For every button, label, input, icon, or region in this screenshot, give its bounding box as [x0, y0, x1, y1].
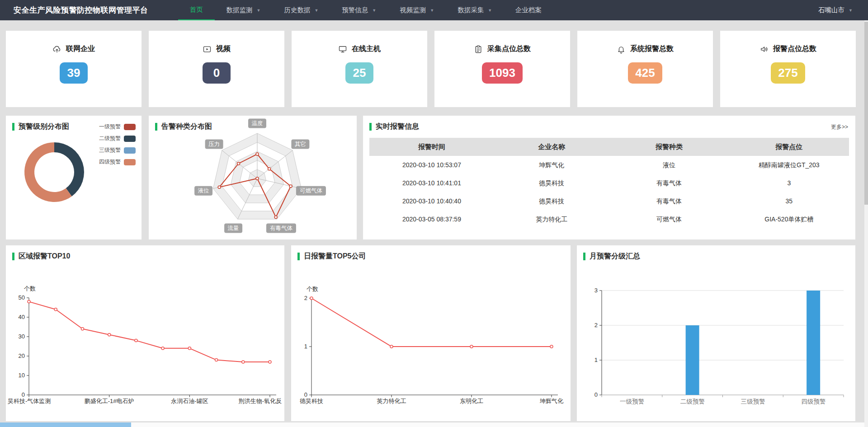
- nav-item-数据采集[interactable]: 数据采集▼: [446, 0, 504, 20]
- table-header-row: 报警时间企业名称报警种类报警点位: [369, 138, 849, 156]
- svg-text:50: 50: [19, 294, 25, 301]
- legend-item-三级预警[interactable]: 三级预警: [99, 146, 136, 154]
- legend-item-一级预警[interactable]: 一级预警: [99, 123, 136, 131]
- chevron-down-icon: ▼: [257, 8, 261, 13]
- vertical-scrollbar-thumb[interactable]: [864, 22, 868, 205]
- table-cell: 2020-03-10 10:53:07: [369, 156, 494, 174]
- stat-card-header: 系统报警总数: [577, 31, 713, 54]
- legend-item-二级预警[interactable]: 二级预警: [99, 135, 136, 142]
- table-header-cell: 报警时间: [369, 138, 494, 156]
- svg-text:三级预警: 三级预警: [741, 398, 765, 405]
- donut-legend: 一级预警二级预警三级预警四级预警: [99, 123, 136, 170]
- svg-text:个数: 个数: [307, 286, 318, 292]
- nav-item-视频监测[interactable]: 视频监测▼: [388, 0, 446, 20]
- svg-text:一级预警: 一级预警: [620, 398, 644, 405]
- table-cell: 2020-03-10 10:40:40: [369, 192, 494, 210]
- stat-card-label: 联网企业: [66, 44, 95, 54]
- svg-text:温度: 温度: [252, 120, 263, 127]
- stat-card-label: 在线主机: [352, 44, 381, 54]
- table-header-cell: 报警点位: [729, 138, 849, 156]
- alarm-type-radar-chart: 温度其它可燃气体有毒气体流量液位压力: [149, 116, 357, 239]
- stat-value-wrap: 25: [292, 54, 427, 84]
- svg-text:40: 40: [19, 314, 25, 320]
- vertical-scrollbar[interactable]: [864, 20, 868, 427]
- monthly-summary-card: 月预警分级汇总 0123一级预警二级预警三级预警四级预警: [577, 245, 855, 421]
- svg-text:0: 0: [22, 391, 25, 398]
- stat-card-label: 报警点位总数: [773, 44, 816, 54]
- legend-item-四级预警[interactable]: 四级预警: [99, 158, 136, 166]
- stat-card-采集点位总数: 采集点位总数1093: [434, 31, 570, 107]
- svg-text:东明化工: 东明化工: [460, 398, 483, 404]
- table-header-cell: 报警种类: [609, 138, 729, 156]
- stat-card-header: 视频: [149, 31, 284, 54]
- app-title: 安全生产风险预警防控物联网管理平台: [14, 5, 148, 15]
- svg-text:液位: 液位: [198, 188, 210, 194]
- svg-text:可燃气体: 可燃气体: [300, 188, 323, 194]
- horizontal-scrollbar-thumb[interactable]: [0, 422, 131, 427]
- svg-text:鹏盛化工-1#电石炉: 鹏盛化工-1#电石炉: [85, 398, 134, 404]
- svg-text:荆洪生物-氧化反: 荆洪生物-氧化反: [239, 398, 282, 404]
- nav-item-label: 数据采集: [458, 6, 484, 14]
- warning-level-card: 预警级别分布图 一级预警二级预警三级预警四级预警: [6, 116, 142, 239]
- chevron-down-icon: ▼: [488, 8, 492, 13]
- card-title: 预警级别分布图: [12, 122, 69, 131]
- nav-item-label: 预警信息: [342, 6, 368, 14]
- city-selector[interactable]: 石嘴山市▼: [818, 6, 853, 14]
- stat-card-row: 联网企业39视频0在线主机25采集点位总数1093系统报警总数425报警点位总数…: [6, 31, 856, 107]
- speaker-icon: [760, 45, 769, 54]
- title-bar-icon: [369, 123, 372, 131]
- monthly-summary-bar-chart: 0123一级预警二级预警三级预警四级预警: [577, 245, 855, 421]
- table-cell: 有毒气体: [609, 174, 729, 192]
- main-menu: 首页数据监测▼历史数据▼预警信息▼视频监测▼数据采集▼企业档案: [178, 0, 554, 20]
- nav-item-预警信息[interactable]: 预警信息▼: [330, 0, 388, 20]
- table-cell: 精醇南罐液位GT_203: [729, 156, 849, 174]
- stat-card-视频: 视频0: [149, 31, 284, 107]
- svg-text:昊科技-气体监测: 昊科技-气体监测: [8, 398, 51, 404]
- table-cell: 德昊科技: [494, 174, 609, 192]
- stat-card-header: 采集点位总数: [434, 31, 570, 54]
- nav-item-首页[interactable]: 首页: [178, 0, 215, 20]
- svg-text:2: 2: [304, 295, 307, 301]
- bell-icon: [617, 45, 626, 54]
- legend-label: 二级预警: [99, 135, 121, 142]
- stat-card-value: 275: [771, 62, 805, 84]
- table-cell: GIA-520单体贮槽: [729, 210, 849, 228]
- stat-card-在线主机: 在线主机25: [292, 31, 427, 107]
- title-bar-icon: [12, 123, 14, 131]
- dashboard-page: 安全生产风险预警防控物联网管理平台 首页数据监测▼历史数据▼预警信息▼视频监测▼…: [0, 0, 868, 427]
- stat-card-label: 采集点位总数: [487, 44, 531, 54]
- svg-text:0: 0: [594, 391, 598, 398]
- top-navbar: 安全生产风险预警防控物联网管理平台 首页数据监测▼历史数据▼预警信息▼视频监测▼…: [0, 0, 868, 20]
- legend-label: 四级预警: [99, 158, 121, 166]
- stat-card-报警点位总数: 报警点位总数275: [720, 31, 856, 107]
- more-link[interactable]: 更多>>: [831, 123, 848, 131]
- card-title-label: 实时报警信息: [376, 122, 419, 131]
- stat-value-wrap: 0: [149, 54, 284, 84]
- stat-value-wrap: 39: [6, 54, 142, 84]
- legend-label: 一级预警: [99, 123, 121, 131]
- table-row: 2020-03-10 10:40:40德昊科技有毒气体35: [369, 192, 849, 210]
- nav-item-历史数据[interactable]: 历史数据▼: [272, 0, 330, 20]
- nav-item-企业档案[interactable]: 企业档案: [504, 0, 553, 20]
- video-icon: [203, 45, 212, 54]
- nav-item-数据监测[interactable]: 数据监测▼: [215, 0, 273, 20]
- card-title: 实时报警信息: [369, 122, 419, 131]
- card-title-label: 日报警量TOP5公司: [304, 252, 366, 261]
- cloud-upload-icon: [52, 45, 61, 54]
- stat-card-联网企业: 联网企业39: [6, 31, 142, 107]
- table-cell: 2020-03-10 10:41:01: [369, 174, 494, 192]
- legend-swatch: [124, 136, 136, 142]
- svg-text:坤辉气化: 坤辉气化: [539, 398, 563, 404]
- daily-top5-line-chart: 012个数德昊科技英力特化工东明化工坤辉气化: [291, 245, 571, 421]
- stat-card-header: 报警点位总数: [720, 31, 856, 54]
- svg-text:英力特化工: 英力特化工: [377, 398, 406, 404]
- stat-card-value: 25: [345, 62, 373, 84]
- stat-card-value: 0: [203, 62, 231, 84]
- stat-card-系统报警总数: 系统报警总数425: [577, 31, 713, 107]
- horizontal-scrollbar[interactable]: [0, 422, 864, 427]
- svg-text:2: 2: [594, 322, 598, 328]
- table-cell: 英力特化工: [494, 210, 609, 228]
- legend-swatch: [124, 159, 136, 165]
- stat-card-value: 425: [628, 62, 662, 84]
- table-row: 2020-03-05 08:37:59英力特化工可燃气体GIA-520单体贮槽: [369, 210, 849, 228]
